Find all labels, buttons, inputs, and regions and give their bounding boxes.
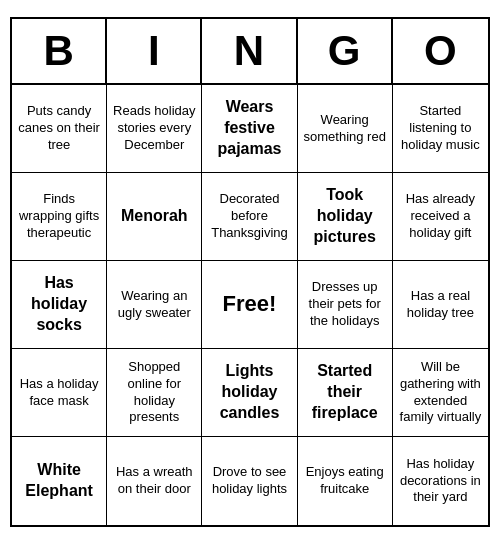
bingo-cell-8[interactable]: Took holiday pictures (298, 173, 393, 261)
bingo-cell-20[interactable]: White Elephant (12, 437, 107, 525)
bingo-cell-17[interactable]: Lights holiday candles (202, 349, 297, 437)
bingo-cell-2[interactable]: Wears festive pajamas (202, 85, 297, 173)
bingo-cell-9[interactable]: Has already received a holiday gift (393, 173, 488, 261)
bingo-cell-1[interactable]: Reads holiday stories every December (107, 85, 202, 173)
bingo-cell-7[interactable]: Decorated before Thanksgiving (202, 173, 297, 261)
bingo-letter-i: I (107, 19, 202, 83)
bingo-letter-g: G (298, 19, 393, 83)
bingo-card: BINGO Puts candy canes on their treeRead… (10, 17, 490, 527)
bingo-cell-16[interactable]: Shopped online for holiday presents (107, 349, 202, 437)
bingo-letter-o: O (393, 19, 488, 83)
bingo-cell-0[interactable]: Puts candy canes on their tree (12, 85, 107, 173)
bingo-letter-b: B (12, 19, 107, 83)
bingo-cell-21[interactable]: Has a wreath on their door (107, 437, 202, 525)
free-cell[interactable]: Free! (202, 261, 297, 349)
bingo-cell-15[interactable]: Has a holiday face mask (12, 349, 107, 437)
bingo-cell-3[interactable]: Wearing something red (298, 85, 393, 173)
bingo-grid: Puts candy canes on their treeReads holi… (12, 85, 488, 525)
bingo-cell-14[interactable]: Has a real holiday tree (393, 261, 488, 349)
bingo-cell-10[interactable]: Has holiday socks (12, 261, 107, 349)
bingo-cell-11[interactable]: Wearing an ugly sweater (107, 261, 202, 349)
bingo-letter-n: N (202, 19, 297, 83)
bingo-cell-6[interactable]: Menorah (107, 173, 202, 261)
bingo-cell-23[interactable]: Enjoys eating fruitcake (298, 437, 393, 525)
bingo-cell-4[interactable]: Started listening to holiday music (393, 85, 488, 173)
bingo-cell-19[interactable]: Will be gathering with extended family v… (393, 349, 488, 437)
bingo-header: BINGO (12, 19, 488, 85)
bingo-cell-22[interactable]: Drove to see holiday lights (202, 437, 297, 525)
bingo-cell-24[interactable]: Has holiday decorations in their yard (393, 437, 488, 525)
bingo-cell-5[interactable]: Finds wrapping gifts therapeutic (12, 173, 107, 261)
bingo-cell-18[interactable]: Started their fireplace (298, 349, 393, 437)
bingo-cell-13[interactable]: Dresses up their pets for the holidays (298, 261, 393, 349)
